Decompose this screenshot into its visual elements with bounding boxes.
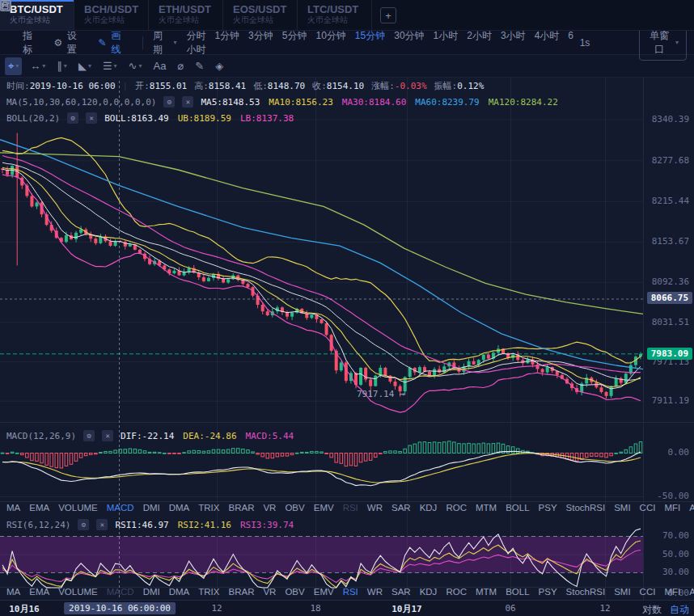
timeframe-30分钟[interactable]: 30分钟 xyxy=(394,30,424,41)
rsi-close-icon[interactable]: ✕ xyxy=(96,519,108,530)
crosshair-tool[interactable]: ⌖▾ xyxy=(5,57,22,75)
timeframe-1小时[interactable]: 1小时 xyxy=(434,30,459,41)
macd-axis-label: -50.00 xyxy=(657,491,689,501)
macd-value: DIF:-22.14 xyxy=(121,431,174,441)
wave-tool[interactable]: ∿▾ xyxy=(125,57,146,75)
indrow1-tab-dma[interactable]: DMA xyxy=(169,503,190,513)
trend-line-tool[interactable]: ↔▾ xyxy=(27,57,49,75)
kline-chart-canvas[interactable] xyxy=(0,78,694,616)
indicator-button[interactable]: 指标 xyxy=(8,29,41,57)
timeframe-3分钟[interactable]: 3分钟 xyxy=(248,30,273,41)
indrow1-tab-macd[interactable]: MACD xyxy=(107,503,134,513)
indrow2-tab-rsi[interactable]: RSI xyxy=(343,587,358,597)
boll-close-icon[interactable]: ✕ xyxy=(86,112,97,124)
timeframe-分时[interactable]: 分时 xyxy=(186,30,205,41)
indrow2-tab-psy[interactable]: PSY xyxy=(539,587,557,597)
timeframe-4小时[interactable]: 4小时 xyxy=(535,30,560,41)
rsi-settings-gear-icon[interactable]: ⚙ xyxy=(78,519,89,530)
rsi-value: RSI2:41.16 xyxy=(178,520,231,530)
macd-settings-gear-icon[interactable]: ⚙ xyxy=(83,430,95,441)
indrow2-tab-volume[interactable]: VOLUME xyxy=(58,587,98,597)
magnet-tool[interactable]: ◈ xyxy=(212,57,226,75)
gear-icon: ⚙ xyxy=(53,36,64,49)
draw-line-button[interactable]: ✎ 画线 xyxy=(96,29,129,57)
indrow1-tab-trix[interactable]: TRIX xyxy=(198,503,219,513)
speed-1s-button[interactable]: 1s xyxy=(580,37,590,49)
symbol-tab-ltc-usdt[interactable]: LTC/USDT火币全球站 xyxy=(298,0,372,30)
indrow2-tab-vr[interactable]: VR xyxy=(263,587,276,597)
indrow1-tab-atr[interactable]: ATR xyxy=(689,503,694,513)
indrow2-tab-obv[interactable]: OBV xyxy=(285,587,304,597)
indrow2-tab-dma[interactable]: DMA xyxy=(169,587,190,597)
log-scale-toggle[interactable]: 对数 xyxy=(642,603,662,616)
indrow1-tab-boll[interactable]: BOLL xyxy=(506,503,529,513)
indrow1-tab-dmi[interactable]: DMI xyxy=(143,503,160,513)
indrow2-tab-dmi[interactable]: DMI xyxy=(143,587,160,597)
timeframe-5分钟[interactable]: 5分钟 xyxy=(282,30,307,41)
indrow1-tab-mtm[interactable]: MTM xyxy=(476,503,497,513)
indrow2-tab-trix[interactable]: TRIX xyxy=(198,587,219,597)
horizontal-lines-tool[interactable]: ☰▾ xyxy=(99,57,121,75)
timeframe-15分钟[interactable]: 15分钟 xyxy=(355,30,385,41)
delete-tool[interactable] xyxy=(243,57,249,75)
indrow1-tab-ema[interactable]: EMA xyxy=(29,503,49,513)
indrow2-tab-atr[interactable]: ATR xyxy=(689,587,694,597)
lock-tool[interactable] xyxy=(231,57,238,75)
indrow2-tab-kdj[interactable]: KDJ xyxy=(420,587,438,597)
period-dropdown[interactable]: 周期 ▾ xyxy=(153,29,176,57)
add-symbol-button[interactable]: + xyxy=(380,7,396,23)
indrow1-tab-roc[interactable]: ROC xyxy=(446,503,467,513)
indrow1-tab-volume[interactable]: VOLUME xyxy=(58,503,98,513)
symbol-tab-eos-usdt[interactable]: EOS/USDT火币全球站 xyxy=(223,0,298,30)
indrow2-tab-mfi[interactable]: MFI xyxy=(664,587,680,597)
indrow2-tab-cci[interactable]: CCI xyxy=(640,587,656,597)
indrow2-tab-mtm[interactable]: MTM xyxy=(476,587,497,597)
indrow2-tab-boll[interactable]: BOLL xyxy=(506,587,529,597)
text-tool-glyph: Aa xyxy=(153,60,166,72)
indrow2-tab-brar[interactable]: BRAR xyxy=(228,587,254,597)
indrow1-tab-rsi[interactable]: RSI xyxy=(343,503,358,513)
timeframe-1分钟[interactable]: 1分钟 xyxy=(214,30,239,41)
indrow2-tab-ma[interactable]: MA xyxy=(6,587,20,597)
indrow1-tab-sar[interactable]: SAR xyxy=(391,503,411,513)
indrow1-tab-psy[interactable]: PSY xyxy=(539,503,557,513)
ma-close-icon[interactable]: ✕ xyxy=(182,96,193,108)
indrow1-tab-ma[interactable]: MA xyxy=(6,503,20,513)
indrow2-tab-sar[interactable]: SAR xyxy=(391,587,411,597)
timeframe-2小时[interactable]: 2小时 xyxy=(467,30,492,41)
indrow2-tab-macd[interactable]: MACD xyxy=(107,587,134,597)
boll-settings-gear-icon[interactable]: ⚙ xyxy=(67,112,78,124)
text-tool[interactable]: Aa xyxy=(150,57,169,75)
indrow2-tab-emv[interactable]: EMV xyxy=(314,587,334,597)
indrow1-tab-kdj[interactable]: KDJ xyxy=(420,503,438,513)
timeframe-10分钟[interactable]: 10分钟 xyxy=(315,30,345,41)
fullscreen-icon[interactable] xyxy=(599,37,610,49)
indrow2-tab-wr[interactable]: WR xyxy=(367,587,383,597)
parallel-channel-tool[interactable]: ∥▾ xyxy=(53,57,70,75)
shape-tool[interactable]: ◣▾ xyxy=(75,57,95,75)
indrow1-tab-emv[interactable]: EMV xyxy=(314,503,334,513)
ma-settings-gear-icon[interactable]: ⚙ xyxy=(163,96,175,108)
indrow1-tab-brar[interactable]: BRAR xyxy=(228,503,254,513)
indrow2-tab-smi[interactable]: SMI xyxy=(614,587,630,597)
new-window-icon[interactable] xyxy=(620,37,630,49)
auto-scale-toggle[interactable]: 自动 xyxy=(670,603,689,616)
symbol-tab-eth-usdt[interactable]: ETH/USDT火币全球站 xyxy=(149,0,223,30)
settings-button[interactable]: ⚙ 设置 xyxy=(53,29,86,57)
indrow2-tab-ema[interactable]: EMA xyxy=(29,587,49,597)
indrow1-tab-cci[interactable]: CCI xyxy=(640,503,656,513)
symbol-tab-bch-usdt[interactable]: BCH/USDT火币全球站 xyxy=(74,0,149,30)
indrow2-tab-roc[interactable]: ROC xyxy=(446,587,467,597)
timeframe-3小时[interactable]: 3小时 xyxy=(501,30,526,41)
ma-value: MA5:8148.53 xyxy=(201,97,260,108)
indrow1-tab-smi[interactable]: SMI xyxy=(614,503,630,513)
macd-close-icon[interactable]: ✕ xyxy=(102,430,113,441)
indrow1-tab-obv[interactable]: OBV xyxy=(285,503,304,513)
indrow1-tab-stochrsi[interactable]: StochRSI xyxy=(566,503,606,513)
indrow1-tab-vr[interactable]: VR xyxy=(263,503,276,513)
indrow1-tab-wr[interactable]: WR xyxy=(367,503,383,513)
indrow2-tab-stochrsi[interactable]: StochRSI xyxy=(566,587,606,597)
brush-tool[interactable]: ✎ xyxy=(192,57,207,75)
measure-tool[interactable]: ⌀ xyxy=(174,57,187,75)
indrow1-tab-mfi[interactable]: MFI xyxy=(664,503,680,513)
